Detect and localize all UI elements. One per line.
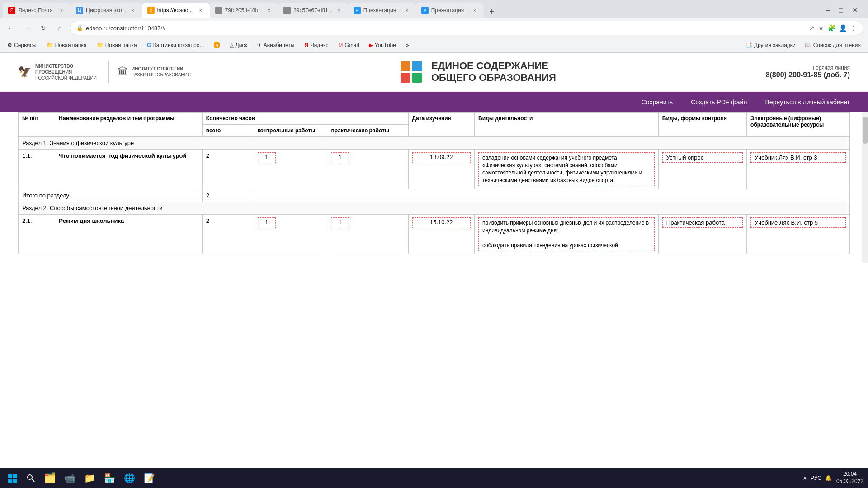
profile-icon[interactable]: 👤	[839, 24, 847, 32]
svg-rect-2	[8, 479, 12, 483]
home-button[interactable]: ⌂	[53, 22, 66, 34]
back-to-cabinet-link[interactable]: Вернуться в личный кабинет	[765, 99, 850, 106]
back-button[interactable]: ←	[5, 22, 17, 34]
header-hours-group: Количество часов	[202, 112, 408, 124]
address-box[interactable]: 🔒 edsoo.ru/constructor/110487/# ↗ ★ 🧩 👤 …	[70, 21, 863, 35]
taskbar-word-button[interactable]: 📝	[140, 469, 158, 487]
notification-icon[interactable]: 🔔	[825, 475, 832, 481]
table-container: № п/п Наименование разделов и тем програ…	[0, 112, 868, 263]
row-practical-1-1: 1	[327, 149, 408, 189]
bookmark-other[interactable]: 📑 Другие закладки	[743, 41, 798, 49]
institute-line1: ИНСТИТУТ СТРАТЕГИИ	[132, 66, 191, 72]
ministry-line2: РОССИЙСКОЙ ФЕДЕРАЦИИ	[35, 75, 99, 81]
bookmark-yandex[interactable]: Я Яндекс	[302, 41, 331, 49]
tab-close-5[interactable]: ×	[335, 7, 343, 14]
tab-presentation-1[interactable]: P Презентация ×	[348, 3, 416, 18]
row-resources-2-1: Учебние Лях В.И. стр 5	[747, 214, 850, 254]
start-button[interactable]	[5, 470, 21, 486]
lang-indicator: РУС	[811, 475, 821, 481]
tab-close-6[interactable]: ×	[403, 7, 410, 14]
tab-close-3[interactable]: ×	[197, 7, 204, 14]
editable-activity-1-1[interactable]: овладении основами содержания учебного п…	[478, 152, 655, 186]
taskbar-explorer-button[interactable]: 🗂️	[41, 469, 59, 487]
lock-icon: 🔒	[76, 25, 83, 31]
site-name-block: ЕДИНОЕ СОДЕРЖАНИЕ ОБЩЕГО ОБРАЗОВАНИЯ	[431, 60, 556, 84]
bookmark-reading-list[interactable]: 📖 Список для чтения	[802, 41, 863, 49]
bookmark-label-disk: Диск	[236, 42, 247, 48]
address-actions: ↗ ★ 🧩 👤 ⋮	[809, 24, 857, 32]
save-link[interactable]: Сохранить	[642, 99, 673, 106]
bookmark-more[interactable]: »	[403, 41, 412, 49]
bookmark-youtube[interactable]: ▶ YouTube	[366, 41, 399, 49]
tab-close-4[interactable]: ×	[265, 7, 273, 14]
tab-digital[interactable]: Ц Цифровая эко... ×	[71, 3, 142, 18]
svg-line-5	[32, 479, 34, 482]
taskbar-chrome-button[interactable]: 🌐	[120, 469, 138, 487]
svg-rect-0	[8, 474, 12, 478]
svg-rect-3	[13, 479, 17, 483]
tab-favicon-6: P	[354, 7, 361, 14]
bookmark-label-yandex: Яндекс	[310, 42, 328, 48]
tab-close-2[interactable]: ×	[129, 7, 137, 14]
forward-button[interactable]: →	[21, 22, 33, 34]
bookmark-star-icon[interactable]: ★	[818, 24, 824, 32]
editable-control-type-1-1[interactable]: Устный опрос	[662, 152, 743, 163]
bookmark-label-folder1: Новая папка	[55, 42, 87, 48]
editable-control-type-2-1[interactable]: Практическая работа	[662, 217, 743, 228]
bookmark-avia[interactable]: ✈ Авиабилеты	[255, 41, 297, 49]
editable-control-2-1[interactable]: 1	[258, 217, 276, 228]
row-num-1-1: 1.1.	[19, 149, 55, 189]
share-icon[interactable]: ↗	[809, 24, 815, 32]
tab-4[interactable]: 79fc205d-48b... ×	[210, 3, 278, 18]
row-total-2-1: 2	[202, 214, 254, 254]
section-label-2: Раздел 2. Способы самостоятельной деятел…	[19, 202, 850, 214]
bookmark-services[interactable]: ⚙ Сервисы	[5, 41, 39, 49]
tab-edsoo[interactable]: e https://edsoo... ×	[142, 3, 210, 18]
header-resources: Электронные (цифровые) образовательные р…	[747, 112, 850, 136]
row-name-2-1: Режим дня школьника	[55, 214, 202, 254]
new-tab-button[interactable]: +	[486, 5, 498, 18]
close-button[interactable]: ✕	[849, 5, 861, 15]
bookmark-disk[interactable]: △ Диск	[227, 41, 250, 49]
editable-control-1-1[interactable]: 1	[258, 152, 276, 163]
bookmark-label-services: Сервисы	[14, 42, 37, 48]
tab-label-6: Презентация	[363, 7, 396, 14]
tab-5[interactable]: 39c57e67-dff1... ×	[278, 3, 348, 18]
editable-resources-1-1[interactable]: Учебник Лях В.И. стр 3	[750, 152, 846, 163]
tab-presentation-2[interactable]: P Презентация ×	[416, 3, 484, 18]
bookmark-gmail[interactable]: M Gmail	[335, 41, 361, 49]
taskbar-store-button[interactable]: 🏪	[100, 469, 118, 487]
window-controls: – □ ✕	[823, 5, 865, 18]
tab-label-4: 79fc205d-48b...	[225, 7, 263, 14]
chevron-up-icon[interactable]: ∧	[803, 475, 807, 481]
extensions-icon[interactable]: 🧩	[828, 24, 835, 32]
minimize-button[interactable]: –	[823, 5, 832, 15]
bookmark-newfolder2[interactable]: 📁 Новая папка	[94, 41, 140, 49]
editable-date-2-1[interactable]: 15.10.22	[412, 217, 471, 228]
taskbar-meet-button[interactable]: 📹	[61, 469, 79, 487]
bookmark-odnoklassniki[interactable]: a	[211, 42, 222, 49]
bookmark-label-gmail: Gmail	[344, 42, 359, 48]
reload-button[interactable]: ↻	[37, 22, 50, 34]
editable-activity-2-1[interactable]: приводить примеры основных дневных дел и…	[478, 217, 655, 251]
editable-practical-2-1[interactable]: 1	[331, 217, 349, 228]
create-pdf-link[interactable]: Создать PDF файл	[691, 99, 747, 106]
menu-icon[interactable]: ⋮	[850, 24, 857, 32]
row-date-2-1: 15.10.22	[408, 214, 474, 254]
bookmark-google-images[interactable]: G Картинки по запро...	[144, 41, 207, 49]
restore-button[interactable]: □	[836, 5, 846, 15]
tab-yandex-mail[interactable]: Я Яндекс.Почта ×	[3, 3, 71, 18]
hotline-number-text: 8(800) 200-91-85	[766, 71, 822, 79]
editable-practical-1-1[interactable]: 1	[331, 152, 349, 163]
header-date: Дата изучения	[408, 112, 474, 136]
scrollbar-thumb[interactable]	[863, 117, 868, 144]
row-control-type-2-1: Практическая работа	[658, 214, 746, 254]
tab-close-7[interactable]: ×	[471, 7, 478, 14]
tab-close-1[interactable]: ×	[58, 7, 65, 14]
editable-resources-2-1[interactable]: Учебние Лях В.И. стр 5	[750, 217, 846, 228]
taskbar-search-button[interactable]	[23, 470, 39, 486]
bookmark-newfolder1[interactable]: 📁 Новая папка	[44, 41, 90, 49]
editable-date-1-1[interactable]: 18.09.22	[412, 152, 471, 163]
taskbar-files-button[interactable]: 📁	[80, 469, 99, 487]
tab-favicon-7: P	[421, 7, 429, 14]
